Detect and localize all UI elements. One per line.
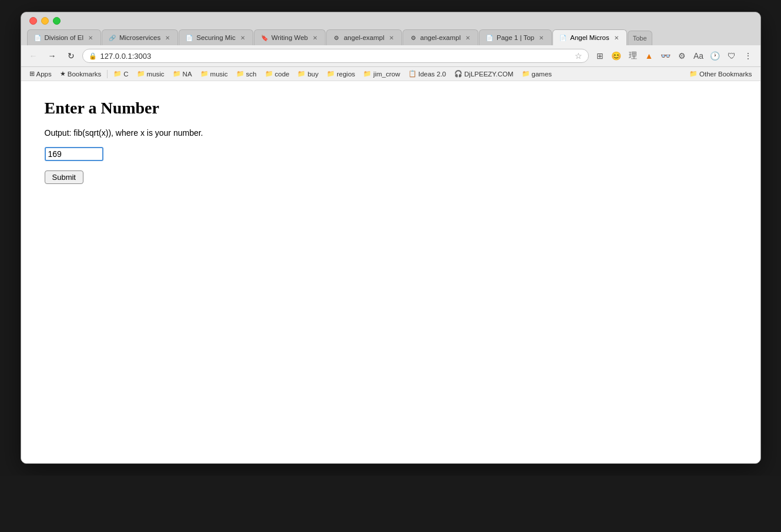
tab-label-page-top: Page 1 | Top bbox=[497, 34, 534, 41]
nav-bar: ← → ↻ 🔒 127.0.0.1:3003 ☆ ⊞ 😊 理 ▲ 👓 ⚙ Aa … bbox=[21, 45, 760, 67]
folder-other-icon: 📁 bbox=[689, 70, 698, 78]
bookmark-other[interactable]: 📁 Other Bookmarks bbox=[686, 69, 755, 79]
tab-close-angel1[interactable]: ✕ bbox=[387, 34, 395, 42]
tab-close-division[interactable]: ✕ bbox=[86, 34, 95, 42]
tabs-container: 📄 Division of El ✕ 🔗 Microservices ✕ 📄 S… bbox=[27, 29, 755, 45]
tab-icon-securing: 📄 bbox=[185, 34, 193, 42]
bookmark-regios[interactable]: 📁 regios bbox=[323, 69, 358, 79]
bookmark-djlpeezy-label: DjLPEEZY.COM bbox=[464, 71, 514, 78]
tab-close-writing[interactable]: ✕ bbox=[311, 34, 319, 42]
bookmark-ideas[interactable]: 📋 Ideas 2.0 bbox=[405, 69, 450, 79]
minimize-button[interactable] bbox=[41, 17, 49, 25]
tab-close-angel2[interactable]: ✕ bbox=[464, 34, 472, 42]
number-input[interactable] bbox=[45, 147, 103, 161]
tab-close-securing[interactable]: ✕ bbox=[239, 34, 247, 42]
tab-icon-page-top: 📄 bbox=[485, 34, 494, 42]
tab-label-micro: Microservices bbox=[119, 34, 160, 41]
bookmark-music2[interactable]: 📁 music bbox=[197, 69, 232, 79]
forward-button[interactable]: → bbox=[45, 48, 60, 63]
tab-icon-writing: 🔖 bbox=[260, 34, 269, 42]
ideas-icon: 📋 bbox=[408, 70, 417, 78]
reload-button[interactable]: ↻ bbox=[63, 48, 79, 63]
bookmark-na[interactable]: 📁 NA bbox=[169, 69, 196, 79]
traffic-lights bbox=[27, 17, 755, 25]
menu-button[interactable]: ⋮ bbox=[740, 48, 756, 63]
output-description: Output: fib(sqrt(x)), where x is your nu… bbox=[45, 128, 737, 138]
bookmark-bookmarks[interactable]: ★ Bookmarks bbox=[56, 69, 105, 79]
bookmark-games[interactable]: 📁 games bbox=[518, 69, 556, 79]
translate-icon[interactable]: 理 bbox=[625, 48, 641, 63]
folder-sch-icon: 📁 bbox=[236, 70, 244, 78]
emoji-icon[interactable]: 😊 bbox=[609, 48, 624, 63]
bookmark-na-label: NA bbox=[183, 71, 192, 78]
bookmark-sch-label: sch bbox=[246, 71, 257, 78]
folder-regios-icon: 📁 bbox=[327, 70, 335, 78]
bookmark-other-label: Other Bookmarks bbox=[699, 71, 752, 78]
font-icon[interactable]: Aa bbox=[691, 48, 706, 63]
drive-icon[interactable]: ▲ bbox=[642, 48, 657, 63]
submit-button[interactable]: Submit bbox=[45, 170, 83, 184]
tab-close-page-top[interactable]: ✕ bbox=[537, 34, 545, 42]
tab-label-angel-micros: Angel Micros bbox=[570, 34, 609, 41]
bookmark-jim-crow[interactable]: 📁 jim_crow bbox=[360, 69, 403, 79]
bookmarks-star-icon: ★ bbox=[60, 70, 66, 78]
browser-window: 📄 Division of El ✕ 🔗 Microservices ✕ 📄 S… bbox=[21, 12, 761, 464]
number-input-container bbox=[45, 147, 737, 161]
shield-icon[interactable]: 🛡 bbox=[724, 48, 739, 63]
page-content: Enter a Number Output: fib(sqrt(x)), whe… bbox=[21, 81, 760, 463]
bookmark-buy-label: buy bbox=[307, 71, 319, 78]
clock-icon[interactable]: 🕐 bbox=[708, 48, 723, 63]
extensions-icon[interactable]: ⊞ bbox=[592, 48, 608, 63]
bookmark-apps-label: Apps bbox=[36, 71, 52, 78]
tab-division-of-el[interactable]: 📄 Division of El ✕ bbox=[27, 29, 101, 45]
back-button[interactable]: ← bbox=[26, 48, 41, 63]
url-display: 127.0.0.1:3003 bbox=[100, 52, 571, 61]
tab-close-micro[interactable]: ✕ bbox=[163, 34, 172, 42]
addon-icon[interactable]: 👓 bbox=[658, 48, 673, 63]
folder-buy-icon: 📁 bbox=[297, 70, 306, 78]
tab-angel-1[interactable]: ⚙ angel-exampl ✕ bbox=[326, 29, 402, 45]
tab-angel-micros[interactable]: 📄 Angel Micros ✕ bbox=[552, 29, 626, 45]
tab-microservices[interactable]: 🔗 Microservices ✕ bbox=[102, 29, 178, 45]
maximize-button[interactable] bbox=[53, 17, 61, 25]
bookmark-star-icon[interactable]: ☆ bbox=[575, 51, 582, 61]
folder-jim-crow-icon: 📁 bbox=[363, 70, 371, 78]
folder-games-icon: 📁 bbox=[522, 70, 530, 78]
folder-na-icon: 📁 bbox=[173, 70, 181, 78]
lock-icon: 🔒 bbox=[89, 52, 97, 60]
title-bar: 📄 Division of El ✕ 🔗 Microservices ✕ 📄 S… bbox=[21, 12, 760, 45]
tab-close-angel-micros[interactable]: ✕ bbox=[612, 34, 621, 42]
nav-icons-right: ⊞ 😊 理 ▲ 👓 ⚙ Aa 🕐 🛡 ⋮ bbox=[592, 48, 756, 63]
tab-securing-mic[interactable]: 📄 Securing Mic ✕ bbox=[179, 29, 253, 45]
tab-label-securing: Securing Mic bbox=[196, 34, 235, 41]
bookmark-sch[interactable]: 📁 sch bbox=[233, 69, 260, 79]
djlpeezy-icon: 🎧 bbox=[454, 70, 462, 78]
tab-label-angel2: angel-exampl bbox=[420, 34, 461, 41]
tab-label-division: Division of El bbox=[45, 34, 83, 41]
bookmark-music2-label: music bbox=[210, 71, 228, 78]
settings-icon[interactable]: ⚙ bbox=[675, 48, 690, 63]
bookmark-buy[interactable]: 📁 buy bbox=[294, 69, 322, 79]
bookmarks-bar: ⊞ Apps ★ Bookmarks 📁 C 📁 music 📁 NA 📁 mu… bbox=[21, 67, 760, 81]
bookmark-code-label: code bbox=[275, 71, 290, 78]
address-bar[interactable]: 🔒 127.0.0.1:3003 ☆ bbox=[82, 49, 589, 63]
tab-angel-2[interactable]: ⚙ angel-exampl ✕ bbox=[403, 29, 478, 45]
bookmark-apps[interactable]: ⊞ Apps bbox=[26, 69, 55, 79]
bookmark-music1-label: music bbox=[147, 71, 165, 78]
page-title: Enter a Number bbox=[45, 99, 737, 118]
tab-writing-web[interactable]: 🔖 Writing Web ✕ bbox=[254, 29, 326, 45]
folder-code-icon: 📁 bbox=[265, 70, 273, 78]
tab-tobe[interactable]: Tobe bbox=[628, 31, 652, 45]
bookmark-bookmarks-label: Bookmarks bbox=[68, 71, 102, 78]
tab-page-top[interactable]: 📄 Page 1 | Top ✕ bbox=[479, 29, 552, 45]
bookmark-jim-crow-label: jim_crow bbox=[373, 71, 400, 78]
bookmark-code[interactable]: 📁 code bbox=[262, 69, 293, 79]
tab-icon-angel2: ⚙ bbox=[409, 34, 417, 42]
bookmark-djlpeezy[interactable]: 🎧 DjLPEEZY.COM bbox=[451, 69, 517, 79]
close-button[interactable] bbox=[29, 17, 37, 25]
bookmark-ideas-label: Ideas 2.0 bbox=[418, 71, 446, 78]
bookmark-c[interactable]: 📁 C bbox=[110, 69, 132, 79]
apps-icon: ⊞ bbox=[29, 70, 35, 78]
bookmark-regios-label: regios bbox=[337, 71, 355, 78]
bookmark-music1[interactable]: 📁 music bbox=[133, 69, 168, 79]
